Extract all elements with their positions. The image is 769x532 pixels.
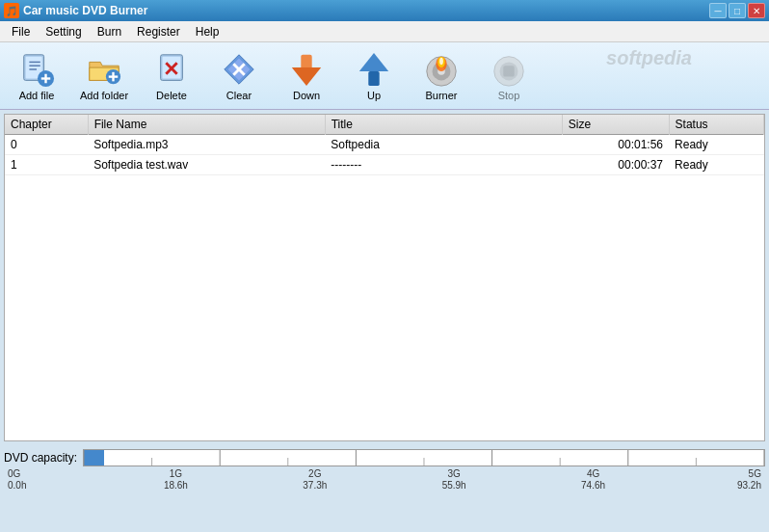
- add-file-label: Add file: [19, 90, 55, 101]
- cell-title: --------: [325, 155, 562, 175]
- up-label: Up: [367, 90, 381, 101]
- col-status: Status: [669, 115, 763, 135]
- up-button[interactable]: Up: [341, 46, 407, 106]
- col-size: Size: [562, 115, 669, 135]
- table-row[interactable]: 0 Softpedia.mp3 Softpedia 00:01:56 Ready: [5, 135, 764, 155]
- down-label: Down: [293, 90, 320, 101]
- toolbar: Add file Add folder Delete Clear: [0, 42, 769, 110]
- svg-rect-22: [368, 70, 379, 85]
- h-label-5: 93.2h: [703, 480, 761, 491]
- stop-label: Stop: [498, 90, 520, 101]
- cell-filename: Softpedia.mp3: [88, 135, 325, 155]
- g-label-3: 3G: [425, 468, 483, 479]
- h-label-2: 37.3h: [286, 480, 344, 491]
- add-folder-label: Add folder: [80, 90, 128, 101]
- delete-button[interactable]: Delete: [139, 46, 204, 106]
- menu-help[interactable]: Help: [188, 23, 227, 40]
- cell-size: 00:01:56: [562, 135, 669, 155]
- add-folder-icon: [85, 51, 123, 88]
- burner-label: Burner: [425, 90, 457, 101]
- cell-filename: Softpedia test.wav: [88, 155, 325, 175]
- capacity-label: DVD capacity:: [4, 451, 77, 465]
- stop-button[interactable]: Stop: [476, 46, 542, 106]
- clear-button[interactable]: Clear: [206, 46, 272, 106]
- col-filename: File Name: [88, 115, 325, 135]
- h-label-4: 74.6h: [565, 480, 623, 491]
- cell-chapter: 0: [5, 135, 88, 155]
- h-label-0: 0.0h: [8, 480, 66, 491]
- capacity-ticks-svg: [84, 450, 764, 466]
- down-icon: [287, 51, 326, 88]
- maximize-button[interactable]: □: [729, 3, 746, 18]
- clear-icon: [220, 51, 258, 88]
- cell-status: Ready: [669, 135, 763, 155]
- capacity-g-labels: 0G 1G 2G 3G 4G 5G: [4, 468, 765, 479]
- watermark: softpedia: [606, 47, 692, 69]
- down-button[interactable]: Down: [274, 46, 339, 106]
- capacity-bar-row: DVD capacity:: [4, 449, 765, 466]
- minimize-button[interactable]: ─: [709, 3, 727, 18]
- delete-icon: [152, 51, 191, 88]
- cell-size: 00:00:37: [562, 155, 669, 175]
- col-chapter: Chapter: [5, 115, 88, 135]
- up-icon: [355, 51, 393, 88]
- g-label-4: 4G: [565, 468, 623, 479]
- file-table-container[interactable]: Chapter File Name Title Size Status 0 So…: [4, 114, 765, 441]
- table-row[interactable]: 1 Softpedia test.wav -------- 00:00:37 R…: [5, 155, 764, 175]
- add-folder-button[interactable]: Add folder: [71, 46, 137, 106]
- clear-label: Clear: [226, 90, 252, 101]
- menu-file[interactable]: File: [4, 23, 38, 40]
- add-file-icon: [17, 51, 56, 88]
- cell-status: Ready: [669, 155, 763, 175]
- table-header-row: Chapter File Name Title Size Status: [5, 115, 764, 135]
- g-label-2: 2G: [286, 468, 344, 479]
- col-title: Title: [325, 115, 562, 135]
- burner-button[interactable]: Burner: [409, 46, 474, 106]
- title-bar-text: Car music DVD Burner: [23, 4, 705, 17]
- h-label-1: 18.6h: [146, 480, 204, 491]
- file-table: Chapter File Name Title Size Status 0 So…: [5, 115, 764, 175]
- g-label-5: 5G: [703, 468, 761, 479]
- menu-setting[interactable]: Setting: [38, 23, 89, 40]
- close-button[interactable]: ✕: [748, 3, 765, 18]
- title-bar-controls: ─ □ ✕: [709, 3, 765, 18]
- title-bar: 🎵 Car music DVD Burner ─ □ ✕: [0, 0, 769, 21]
- menu-burn[interactable]: Burn: [90, 23, 129, 40]
- g-label-1: 1G: [146, 468, 204, 479]
- delete-label: Delete: [156, 90, 187, 101]
- cell-chapter: 1: [5, 155, 88, 175]
- menu-register[interactable]: Register: [129, 23, 188, 40]
- cell-title: Softpedia: [325, 135, 562, 155]
- g-label-0: 0G: [8, 468, 66, 479]
- app-icon: 🎵: [4, 3, 19, 18]
- burner-icon: [422, 51, 461, 88]
- add-file-button[interactable]: Add file: [4, 46, 69, 106]
- capacity-section: DVD capacity:: [0, 445, 769, 492]
- capacity-bar: [83, 449, 765, 466]
- stop-icon: [490, 51, 528, 88]
- svg-rect-32: [503, 66, 514, 76]
- capacity-h-labels: 0.0h 18.6h 37.3h 55.9h 74.6h 93.2h: [4, 480, 765, 491]
- svg-marker-21: [359, 52, 388, 70]
- menu-bar: File Setting Burn Register Help: [0, 21, 769, 42]
- svg-marker-20: [292, 67, 321, 86]
- h-label-3: 55.9h: [425, 480, 483, 491]
- svg-point-28: [439, 57, 443, 65]
- main-content: Chapter File Name Title Size Status 0 So…: [0, 110, 769, 532]
